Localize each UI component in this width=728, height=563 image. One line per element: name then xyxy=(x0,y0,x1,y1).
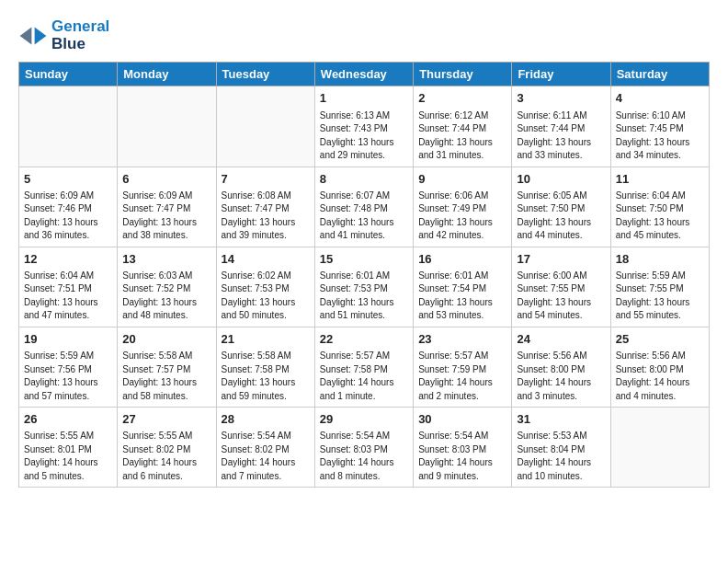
day-info: Sunrise: 6:12 AM Sunset: 7:44 PM Dayligh… xyxy=(418,109,506,163)
day-number: 2 xyxy=(418,90,506,107)
weekday-header: Saturday xyxy=(610,63,709,86)
calendar-cell: 8Sunrise: 6:07 AM Sunset: 7:48 PM Daylig… xyxy=(314,167,413,247)
weekday-header: Sunday xyxy=(19,63,118,86)
day-number: 18 xyxy=(616,251,704,268)
calendar-cell: 7Sunrise: 6:08 AM Sunset: 7:47 PM Daylig… xyxy=(216,167,314,247)
calendar-cell: 4Sunrise: 6:10 AM Sunset: 7:45 PM Daylig… xyxy=(610,86,709,167)
calendar-cell xyxy=(610,408,709,488)
day-number: 6 xyxy=(122,171,210,188)
header: General Blue xyxy=(18,18,710,52)
calendar-week-row: 19Sunrise: 5:59 AM Sunset: 7:56 PM Dayli… xyxy=(19,327,710,407)
day-number: 23 xyxy=(418,331,506,348)
page: General Blue SundayMondayTuesdayWednesda… xyxy=(0,0,728,497)
calendar-cell: 10Sunrise: 6:05 AM Sunset: 7:50 PM Dayli… xyxy=(512,167,610,247)
day-number: 10 xyxy=(517,171,605,188)
calendar-cell: 23Sunrise: 5:57 AM Sunset: 7:59 PM Dayli… xyxy=(414,327,512,407)
weekday-header: Monday xyxy=(118,63,216,86)
weekday-header: Thursday xyxy=(414,63,512,86)
day-info: Sunrise: 6:00 AM Sunset: 7:55 PM Dayligh… xyxy=(517,270,605,323)
logo: General Blue xyxy=(18,18,109,52)
day-number: 9 xyxy=(418,171,506,188)
day-info: Sunrise: 5:59 AM Sunset: 7:56 PM Dayligh… xyxy=(24,350,112,403)
day-info: Sunrise: 6:03 AM Sunset: 7:52 PM Dayligh… xyxy=(122,270,210,323)
day-info: Sunrise: 5:54 AM Sunset: 8:03 PM Dayligh… xyxy=(320,430,408,483)
calendar-cell: 18Sunrise: 5:59 AM Sunset: 7:55 PM Dayli… xyxy=(610,247,709,327)
calendar-cell: 16Sunrise: 6:01 AM Sunset: 7:54 PM Dayli… xyxy=(414,247,512,327)
day-info: Sunrise: 5:57 AM Sunset: 7:58 PM Dayligh… xyxy=(320,350,408,403)
day-number: 12 xyxy=(24,251,112,268)
day-number: 4 xyxy=(616,90,704,107)
day-number: 8 xyxy=(320,171,408,188)
calendar-cell: 2Sunrise: 6:12 AM Sunset: 7:44 PM Daylig… xyxy=(414,86,512,167)
calendar-week-row: 26Sunrise: 5:55 AM Sunset: 8:01 PM Dayli… xyxy=(19,408,710,488)
calendar-week-row: 12Sunrise: 6:04 AM Sunset: 7:51 PM Dayli… xyxy=(19,247,710,327)
day-number: 31 xyxy=(517,411,605,428)
day-info: Sunrise: 5:58 AM Sunset: 7:58 PM Dayligh… xyxy=(222,350,310,403)
calendar-cell: 13Sunrise: 6:03 AM Sunset: 7:52 PM Dayli… xyxy=(118,247,216,327)
calendar-cell: 21Sunrise: 5:58 AM Sunset: 7:58 PM Dayli… xyxy=(216,327,314,407)
calendar-week-row: 1Sunrise: 6:13 AM Sunset: 7:43 PM Daylig… xyxy=(19,86,710,167)
day-number: 13 xyxy=(122,251,210,268)
day-number: 17 xyxy=(517,251,605,268)
day-number: 1 xyxy=(320,90,408,107)
weekday-header-row: SundayMondayTuesdayWednesdayThursdayFrid… xyxy=(19,63,710,86)
calendar-cell: 17Sunrise: 6:00 AM Sunset: 7:55 PM Dayli… xyxy=(512,247,610,327)
day-info: Sunrise: 6:05 AM Sunset: 7:50 PM Dayligh… xyxy=(517,190,605,243)
calendar-cell: 19Sunrise: 5:59 AM Sunset: 7:56 PM Dayli… xyxy=(19,327,118,407)
day-info: Sunrise: 6:01 AM Sunset: 7:53 PM Dayligh… xyxy=(320,270,408,323)
calendar-cell: 29Sunrise: 5:54 AM Sunset: 8:03 PM Dayli… xyxy=(314,408,413,488)
calendar-cell xyxy=(216,86,314,167)
day-info: Sunrise: 6:06 AM Sunset: 7:49 PM Dayligh… xyxy=(418,190,506,243)
calendar-cell: 5Sunrise: 6:09 AM Sunset: 7:46 PM Daylig… xyxy=(19,167,118,247)
day-number: 11 xyxy=(616,171,704,188)
logo-text: General Blue xyxy=(51,18,109,52)
day-info: Sunrise: 5:59 AM Sunset: 7:55 PM Dayligh… xyxy=(616,270,704,323)
weekday-header: Wednesday xyxy=(314,63,413,86)
logo-icon xyxy=(18,21,48,51)
calendar-cell: 28Sunrise: 5:54 AM Sunset: 8:02 PM Dayli… xyxy=(216,408,314,488)
day-info: Sunrise: 6:02 AM Sunset: 7:53 PM Dayligh… xyxy=(222,270,310,323)
day-number: 3 xyxy=(517,90,605,107)
day-info: Sunrise: 6:07 AM Sunset: 7:48 PM Dayligh… xyxy=(320,190,408,243)
day-number: 16 xyxy=(418,251,506,268)
day-info: Sunrise: 5:58 AM Sunset: 7:57 PM Dayligh… xyxy=(122,350,210,403)
day-number: 14 xyxy=(222,251,310,268)
day-info: Sunrise: 6:10 AM Sunset: 7:45 PM Dayligh… xyxy=(616,109,704,163)
day-number: 15 xyxy=(320,251,408,268)
day-number: 22 xyxy=(320,331,408,348)
calendar-cell: 30Sunrise: 5:54 AM Sunset: 8:03 PM Dayli… xyxy=(414,408,512,488)
calendar-cell: 6Sunrise: 6:09 AM Sunset: 7:47 PM Daylig… xyxy=(118,167,216,247)
day-info: Sunrise: 6:11 AM Sunset: 7:44 PM Dayligh… xyxy=(517,109,605,163)
day-info: Sunrise: 6:13 AM Sunset: 7:43 PM Dayligh… xyxy=(320,109,408,163)
calendar-cell: 15Sunrise: 6:01 AM Sunset: 7:53 PM Dayli… xyxy=(314,247,413,327)
day-info: Sunrise: 6:04 AM Sunset: 7:50 PM Dayligh… xyxy=(616,190,704,243)
calendar-cell: 20Sunrise: 5:58 AM Sunset: 7:57 PM Dayli… xyxy=(118,327,216,407)
day-number: 24 xyxy=(517,331,605,348)
calendar: SundayMondayTuesdayWednesdayThursdayFrid… xyxy=(18,62,710,488)
calendar-cell: 11Sunrise: 6:04 AM Sunset: 7:50 PM Dayli… xyxy=(610,167,709,247)
day-number: 21 xyxy=(222,331,310,348)
day-number: 29 xyxy=(320,411,408,428)
calendar-cell: 1Sunrise: 6:13 AM Sunset: 7:43 PM Daylig… xyxy=(314,86,413,167)
day-info: Sunrise: 5:54 AM Sunset: 8:02 PM Dayligh… xyxy=(222,430,310,483)
calendar-cell: 24Sunrise: 5:56 AM Sunset: 8:00 PM Dayli… xyxy=(512,327,610,407)
svg-marker-1 xyxy=(20,27,32,44)
day-info: Sunrise: 6:09 AM Sunset: 7:46 PM Dayligh… xyxy=(24,190,112,243)
day-number: 27 xyxy=(122,411,210,428)
calendar-cell: 25Sunrise: 5:56 AM Sunset: 8:00 PM Dayli… xyxy=(610,327,709,407)
day-info: Sunrise: 6:08 AM Sunset: 7:47 PM Dayligh… xyxy=(222,190,310,243)
day-info: Sunrise: 5:56 AM Sunset: 8:00 PM Dayligh… xyxy=(517,350,605,403)
svg-marker-0 xyxy=(35,27,47,44)
calendar-cell: 12Sunrise: 6:04 AM Sunset: 7:51 PM Dayli… xyxy=(19,247,118,327)
day-info: Sunrise: 5:55 AM Sunset: 8:02 PM Dayligh… xyxy=(122,430,210,483)
day-info: Sunrise: 5:54 AM Sunset: 8:03 PM Dayligh… xyxy=(418,430,506,483)
weekday-header: Friday xyxy=(512,63,610,86)
day-info: Sunrise: 6:04 AM Sunset: 7:51 PM Dayligh… xyxy=(24,270,112,323)
calendar-cell: 31Sunrise: 5:53 AM Sunset: 8:04 PM Dayli… xyxy=(512,408,610,488)
day-number: 20 xyxy=(122,331,210,348)
day-number: 28 xyxy=(222,411,310,428)
day-number: 25 xyxy=(616,331,704,348)
calendar-week-row: 5Sunrise: 6:09 AM Sunset: 7:46 PM Daylig… xyxy=(19,167,710,247)
calendar-cell: 26Sunrise: 5:55 AM Sunset: 8:01 PM Dayli… xyxy=(19,408,118,488)
calendar-cell: 14Sunrise: 6:02 AM Sunset: 7:53 PM Dayli… xyxy=(216,247,314,327)
